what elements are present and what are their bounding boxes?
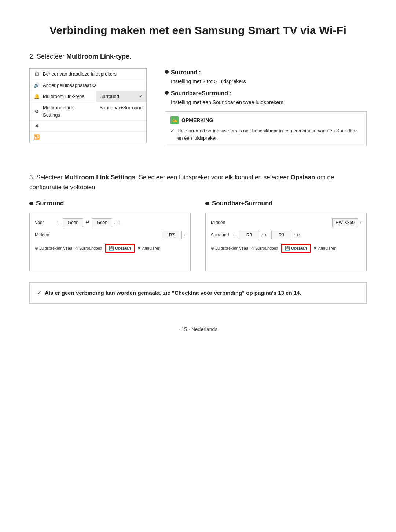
opslaan-button[interactable]: 💾 Opslaan [105, 244, 135, 253]
ander-text: Ander geluidsapparaat ⚙ [43, 82, 143, 89]
surround-voor-row: Voor L Geen ↵ Geen / R [35, 218, 185, 227]
menu-row-beheer: ⊞ Beheer van draadloze luidsprekers [30, 69, 146, 80]
sb-surround-l: L [233, 232, 237, 238]
note-title: OPMERKING [182, 117, 213, 124]
voor-field-geen1: Geen [63, 218, 83, 227]
footer-luidsprekerniveau: ⊙ Luidsprekerniveau [35, 245, 72, 252]
tip-check-icon: ✓ [37, 289, 42, 297]
submenu-soundbar: Soundbar+Surround [96, 102, 146, 113]
bullet-dot-surround [165, 70, 169, 74]
page-footer: · 15 · Nederlands [29, 326, 367, 333]
sb-annuleren-icon: ✖ [314, 245, 317, 252]
note-header: ✍ OPMERKING [170, 116, 361, 124]
bullet-desc-surround: Instelling met 2 tot 5 luidsprekers [171, 78, 367, 85]
submenu: Surround ✓ Soundbar+Surround [96, 91, 146, 120]
bullet-soundbar: Soundbar+Surround : Instelling met een S… [165, 89, 367, 106]
sb-footer-annuleren: ✖ Annuleren [314, 245, 336, 252]
voor-slash: / [114, 220, 115, 226]
footer-surroundtest: ◇ Surroundtest [75, 245, 102, 252]
voor-r: R [118, 220, 121, 226]
beheer-text: Beheer van draadloze luidsprekers [43, 70, 143, 78]
step3-label: 3. Selecteer Multiroom Link Settings. Se… [29, 172, 367, 192]
soundbar-surround-row: Surround L R3 / ↵ R3 / R [211, 231, 361, 239]
section-divider [29, 161, 367, 161]
sb-surround-r: R [297, 232, 301, 238]
col-dot-soundbar [205, 202, 209, 205]
luidspreker-text: Luidsprekerniveau [39, 245, 72, 252]
sb-footer-opslaan[interactable]: 💾 Opslaan [281, 244, 311, 253]
sb-slash2: / [294, 232, 295, 238]
note-text: Het surround soundsysteem is niet beschi… [177, 127, 361, 142]
voor-arrow: ↵ [85, 219, 90, 226]
col-title-soundbar: Soundbar+Surround [205, 199, 367, 208]
menu-box: ⊞ Beheer van draadloze luidsprekers 🔊 An… [29, 68, 147, 143]
linksettings-text: Multiroom Link Settings [43, 104, 92, 118]
sb-surround-label: Surround [211, 232, 231, 238]
sb-footer-surroundtest: ◇ Surroundtest [251, 245, 278, 252]
step3-col-surround: Surround Voor L Geen ↵ Geen / R Midden R… [29, 199, 191, 271]
screen-surround: Voor L Geen ↵ Geen / R Midden R7 / ⊙ Lui… [29, 213, 191, 271]
footer-annuleren: ✖ Annuleren [138, 245, 160, 252]
sb-midden-hwk850: HW-K850 [332, 218, 358, 227]
surround-footer: ⊙ Luidsprekerniveau ◇ Surroundtest 💾 Ops… [35, 244, 185, 253]
sb-luidspreker-text: Luidsprekerniveau [215, 245, 248, 252]
sb-slash1: / [261, 232, 263, 238]
surround-check: ✓ [139, 93, 143, 100]
step2-container: ⊞ Beheer van draadloze luidsprekers 🔊 An… [29, 68, 367, 146]
bullet-content-surround: Surround : Instelling met 2 tot 5 luidsp… [171, 68, 367, 85]
x-icon: ✖ [33, 123, 40, 129]
menu-row-ander: 🔊 Ander geluidsapparaat ⚙ [30, 80, 146, 91]
soundbar-midden-row: Midden HW-K850 / [211, 218, 361, 227]
bullet-title-soundbar: Soundbar+Surround : [171, 89, 367, 98]
bullet-desc-soundbar: Instelling met een Soundbar en twee luid… [171, 99, 367, 106]
surroundtest-icon: ◇ [75, 245, 78, 252]
beheer-icon: ⊞ [33, 71, 40, 77]
tip-text: Als er geen verbinding kan worden gemaak… [45, 289, 301, 297]
menu-row-refresh: 🔁 [30, 132, 146, 143]
note-box: ✍ OPMERKING ✓ Het surround soundsysteem … [165, 111, 367, 146]
linksettings-main: ⚙ Multiroom Link Settings [30, 102, 96, 120]
midden-slash: / [184, 232, 185, 238]
annuleren-text: Annuleren [142, 245, 160, 252]
linktype-main: 🔔 Multiroom Link-type [30, 91, 96, 102]
midden-field-r7: R7 [162, 231, 182, 239]
surroundtest-text: Surroundtest [79, 245, 102, 252]
menu-row-x: ✖ [30, 121, 146, 132]
refresh-icon: 🔁 [33, 134, 40, 140]
linktype-text: Multiroom Link-type [43, 93, 92, 100]
step3-cols: Surround Voor L Geen ↵ Geen / R Midden R… [29, 199, 367, 271]
sb-footer-luidsprekerniveau: ⊙ Luidsprekerniveau [211, 245, 248, 252]
screen-soundbar: Midden HW-K850 / Surround L R3 / ↵ R3 / … [205, 213, 367, 271]
sb-midden-slash: / [360, 220, 361, 226]
bullet-title-surround: Surround : [171, 68, 367, 77]
note-item: ✓ Het surround soundsysteem is niet besc… [170, 127, 361, 142]
step3-col-soundbar: Soundbar+Surround Midden HW-K850 / Surro… [205, 199, 367, 271]
voor-label: Voor [35, 219, 55, 226]
linktype-icon: 🔔 [33, 93, 40, 100]
voor-field-geen2: Geen [92, 218, 112, 227]
sb-surround-r3-2: R3 [271, 231, 292, 239]
col-dot-surround [29, 202, 33, 205]
submenu-surround: Surround ✓ [96, 91, 146, 102]
soundbar-footer: ⊙ Luidsprekerniveau ◇ Surroundtest 💾 Ops… [211, 244, 361, 253]
midden-label: Midden [35, 232, 55, 238]
sb-surround-r3-1: R3 [239, 231, 259, 239]
sb-arrow: ↵ [265, 231, 269, 239]
sb-luidspreker-icon: ⊙ [211, 245, 214, 252]
bullet-dot-soundbar [165, 91, 169, 95]
sb-annuleren-text: Annuleren [318, 245, 336, 252]
voor-l: L [57, 220, 61, 226]
sb-surroundtest-text: Surroundtest [255, 245, 278, 252]
sb-surroundtest-icon: ◇ [251, 245, 254, 252]
col-title-surround: Surround [29, 199, 191, 208]
page-number: · 15 · Nederlands [179, 326, 218, 332]
annuleren-icon: ✖ [138, 245, 141, 252]
col-label-soundbar: Soundbar+Surround [212, 199, 273, 208]
sb-opslaan-button[interactable]: 💾 Opslaan [281, 244, 311, 253]
menu-row-linktype: 🔔 Multiroom Link-type ⚙ Multiroom Link S… [30, 91, 146, 121]
ander-icon: 🔊 [33, 82, 40, 88]
note-icon: ✍ [170, 116, 179, 124]
col-label-surround: Surround [36, 199, 64, 208]
note-check-icon: ✓ [170, 127, 175, 142]
footer-opslaan[interactable]: 💾 Opslaan [105, 244, 135, 253]
